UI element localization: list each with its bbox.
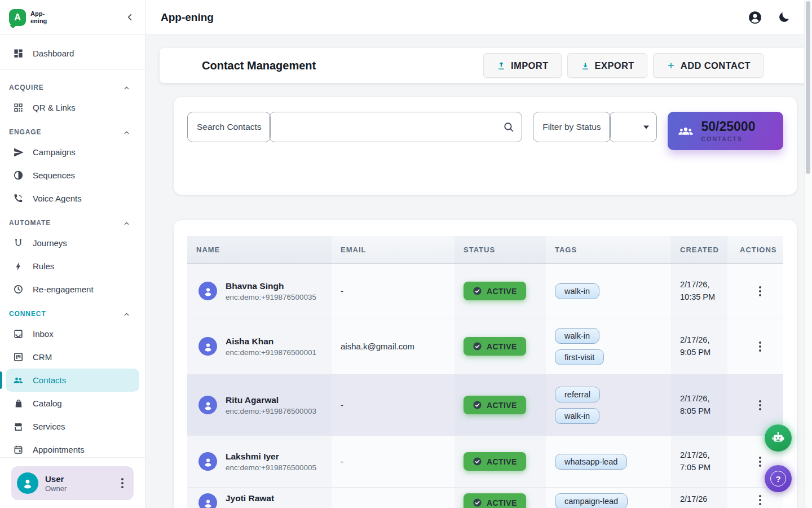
- account-circle-icon: [748, 10, 762, 25]
- app-logo-text: App- ening: [30, 10, 47, 24]
- people-icon: [12, 374, 24, 386]
- status-select-label: Filter by Status: [533, 112, 611, 142]
- sidebar-item-label: Campaigns: [33, 147, 76, 157]
- section-header-automate[interactable]: AUTOMATE: [0, 210, 145, 231]
- bolt-icon: [12, 260, 24, 272]
- sidebar-item-catalog[interactable]: Catalog: [0, 392, 145, 415]
- contact-status-cell: ACTIVE: [454, 318, 546, 374]
- contact-created-cell: 2/17/26,7:05 PM: [671, 436, 727, 487]
- add-contact-label: ADD CONTACT: [681, 60, 751, 71]
- table-row[interactable]: Lakshmi Iyerenc:demo:+919876500005 - ACT…: [187, 435, 783, 487]
- contact-avatar-icon: [198, 396, 217, 414]
- sidebar-item-label: Voice Agents: [33, 194, 82, 203]
- search-input[interactable]: Search Contacts: [187, 112, 522, 142]
- status-badge: ACTIVE: [464, 337, 526, 356]
- sidebar-item-label: Journeys: [33, 238, 67, 248]
- table-row[interactable]: Bhavna Singhenc:demo:+919876500035 - ACT…: [187, 264, 783, 318]
- sidebar-item-label: Catalog: [33, 398, 62, 408]
- help-fab[interactable]: ?: [765, 465, 792, 492]
- contact-tags-cell: whatsapp-lead: [546, 436, 671, 487]
- sidebar-item-inbox[interactable]: Inbox: [0, 322, 145, 345]
- status-label: ACTIVE: [487, 457, 517, 466]
- sidebar-item-label: Inbox: [33, 329, 54, 339]
- section-title: Contact Management: [202, 59, 316, 72]
- sidebar-item-sequences[interactable]: Sequences: [0, 164, 145, 187]
- divider: [0, 69, 145, 70]
- contact-actions-cell: [727, 264, 783, 318]
- contact-created-cell: 2/17/26: [671, 488, 727, 508]
- chatbot-fab[interactable]: [765, 424, 792, 452]
- sidebar-item-voice-agents[interactable]: Voice Agents: [0, 187, 145, 210]
- section-label: ACQUIRE: [9, 84, 44, 91]
- section-header-acquire[interactable]: ACQUIRE: [0, 75, 145, 96]
- contacts-count-texts: 50/25000 CONTACTS: [701, 120, 756, 142]
- topbar: App-ening: [145, 0, 812, 35]
- status-label: ACTIVE: [487, 401, 517, 410]
- sidebar-item-label: QR & Links: [33, 103, 76, 112]
- contact-name-cell: Lakshmi Iyerenc:demo:+919876500005: [187, 436, 332, 487]
- contacts-count-caption: CONTACTS: [701, 135, 756, 142]
- kanban-icon: [12, 351, 24, 363]
- row-menu-button[interactable]: [753, 398, 767, 412]
- account-button[interactable]: [748, 10, 762, 25]
- row-menu-button[interactable]: [753, 340, 767, 353]
- sidebar-item-contacts[interactable]: Contacts: [6, 369, 139, 392]
- column-header-created: CREATED: [671, 236, 727, 264]
- plus-icon: [666, 60, 676, 71]
- sidebar-item-label: Sequences: [33, 170, 75, 180]
- scrollbar-thumb[interactable]: [806, 1, 810, 174]
- section-header-engage[interactable]: ENGAGE: [0, 119, 145, 141]
- status-filter-select[interactable]: Filter by Status: [533, 112, 656, 142]
- sidebar-item-journeys[interactable]: Journeys: [0, 231, 145, 255]
- contact-name: Ritu Agarwal: [226, 395, 316, 405]
- contact-status-cell: ACTIVE: [454, 436, 546, 487]
- sidebar-item-appointments[interactable]: Appointments: [0, 438, 145, 457]
- section-header-connect[interactable]: CONNECT: [0, 301, 145, 322]
- toolbar-buttons: IMPORT EXPORT ADD CONTACT: [483, 53, 764, 78]
- sidebar: A App- ening Dashboard ACQUIRE: [0, 0, 145, 508]
- page-scrollbar: [804, 0, 812, 508]
- vertical-dots-icon: [759, 461, 761, 463]
- user-name: User: [45, 474, 67, 484]
- row-menu-button[interactable]: [753, 493, 767, 507]
- sidebar-item-qr-links[interactable]: QR & Links: [0, 96, 145, 119]
- app-logo[interactable]: A App- ening: [9, 9, 47, 26]
- status-badge: ACTIVE: [464, 452, 526, 471]
- sidebar-item-dashboard[interactable]: Dashboard: [0, 42, 145, 65]
- sidebar-nav: Dashboard ACQUIRE QR & Links ENGAGE Camp…: [0, 35, 145, 457]
- table-row[interactable]: Aisha Khanenc:demo:+919876500001 aisha.k…: [187, 318, 783, 374]
- user-card[interactable]: User Owner: [11, 466, 134, 500]
- search-input-outline: [269, 112, 522, 142]
- contact-name: Lakshmi Iyer: [226, 452, 316, 462]
- contact-toolbar: Contact Management IMPORT EXPORT ADD CON…: [160, 48, 812, 83]
- table-row[interactable]: Jyoti Rawat ACTIVE campaign-lead 2/17/26: [187, 487, 783, 508]
- sidebar-header: A App- ening: [0, 0, 145, 35]
- sidebar-item-services[interactable]: Services: [0, 415, 145, 438]
- status-label: ACTIVE: [487, 498, 517, 507]
- contact-status-cell: ACTIVE: [454, 264, 546, 318]
- column-header-status: STATUS: [454, 236, 546, 264]
- column-header-name: NAME: [187, 236, 332, 264]
- export-button[interactable]: EXPORT: [567, 53, 647, 78]
- filter-panel: Search Contacts Filter by Status 50/2500…: [174, 97, 797, 195]
- add-contact-button[interactable]: ADD CONTACT: [653, 53, 764, 78]
- sidebar-item-rules[interactable]: Rules: [0, 255, 145, 278]
- row-menu-button[interactable]: [753, 455, 767, 468]
- sidebar-item-campaigns[interactable]: Campaigns: [0, 141, 145, 164]
- import-button[interactable]: IMPORT: [483, 53, 562, 78]
- sidebar-item-label: Rules: [33, 261, 54, 271]
- contact-name: Bhavna Singh: [226, 281, 316, 291]
- row-menu-button[interactable]: [753, 284, 767, 298]
- sidebar-collapse-button[interactable]: [125, 12, 135, 22]
- groups-icon: [677, 122, 694, 139]
- sidebar-item-reengagement[interactable]: Re-engagement: [0, 278, 145, 301]
- contact-tags-cell: referral walk-in: [546, 375, 671, 435]
- contact-avatar-icon: [198, 282, 217, 300]
- tag-chip: campaign-lead: [555, 493, 628, 508]
- dark-mode-toggle[interactable]: [778, 11, 791, 24]
- vertical-dots-icon[interactable]: [121, 482, 123, 484]
- sidebar-item-label: CRM: [33, 352, 52, 362]
- robot-icon: [771, 431, 785, 445]
- table-row-highlighted[interactable]: Ritu Agarwalenc:demo:+919876500003 - ACT…: [187, 374, 783, 435]
- sidebar-item-crm[interactable]: CRM: [0, 345, 145, 369]
